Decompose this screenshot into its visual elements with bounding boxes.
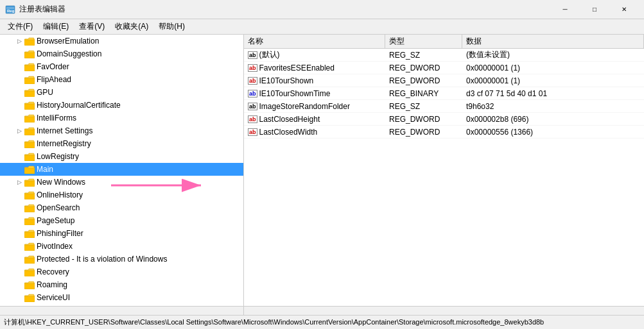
reg-icon-dword: ab — [248, 128, 257, 136]
tree-item-label: OpenSearch — [37, 203, 80, 212]
tree-item[interactable]: ▷ BrowserEmulation — [0, 35, 243, 47]
minimize-button[interactable]: ─ — [550, 0, 580, 19]
tree-expander[interactable] — [14, 151, 24, 162]
tree-item-label: New Windows — [37, 178, 85, 187]
tree-expander[interactable] — [14, 241, 24, 251]
tree-item[interactable]: LowRegistry — [0, 150, 243, 163]
value-type-cell: REG_DWORD — [385, 128, 462, 137]
table-row[interactable]: abIE10TourShownTimeREG_BINARYd3 cf 07 71… — [244, 87, 644, 100]
tree-item[interactable]: HistoryJournalCertificate — [0, 99, 243, 112]
menu-edit[interactable]: 编辑(E) — [38, 20, 74, 33]
tree-item-label: FlipAhead — [37, 75, 71, 84]
tree-item-label: HistoryJournalCertificate — [37, 101, 121, 110]
table-row[interactable]: abLastClosedHeightREG_DWORD0x000002b8 (6… — [244, 113, 644, 126]
tree-expander[interactable]: ▷ — [14, 177, 24, 187]
tree-expander[interactable] — [14, 292, 24, 303]
tree-item[interactable]: Protected - It is a violation of Windows — [0, 253, 243, 266]
tree-expander[interactable] — [14, 215, 24, 226]
value-data-cell: 0x00000001 (1) — [462, 76, 644, 85]
tree-expander[interactable] — [14, 280, 24, 290]
folder-icon — [24, 229, 35, 238]
col-header-data[interactable]: 数据 — [462, 35, 644, 48]
reg-icon-ab: ab — [248, 51, 257, 59]
svg-rect-24 — [24, 283, 35, 289]
folder-icon — [24, 114, 35, 122]
tree-item[interactable]: ▷ New Windows — [0, 176, 243, 189]
svg-rect-17 — [24, 193, 35, 199]
tree-item[interactable]: OnlineHistory — [0, 189, 243, 201]
table-row[interactable]: abIE10TourShownREG_DWORD0x00000001 (1) — [244, 74, 644, 87]
value-name-cell: abLastClosedHeight — [244, 115, 385, 124]
folder-icon — [24, 152, 35, 161]
tree-expander[interactable] — [14, 74, 24, 85]
tree-item[interactable]: FlipAhead — [0, 73, 243, 86]
tree-item[interactable]: Roaming — [0, 278, 243, 291]
folder-icon — [24, 126, 35, 135]
col-header-type[interactable]: 类型 — [385, 35, 462, 48]
tree-expander[interactable] — [14, 87, 24, 97]
menu-file[interactable]: 文件(F) — [3, 20, 38, 33]
tree-item[interactable]: FavOrder — [0, 60, 243, 73]
folder-icon — [24, 49, 35, 58]
tree-item[interactable]: PageSetup — [0, 214, 243, 227]
tree-item-label: FavOrder — [37, 62, 69, 71]
values-content: ab(默认)REG_SZ(数值未设置)abFavoritesESEEnabled… — [244, 49, 644, 306]
menu-help[interactable]: 帮助(H) — [153, 20, 190, 33]
svg-rect-12 — [24, 129, 35, 135]
tree-expander[interactable]: ▷ — [14, 36, 24, 46]
folder-icon — [24, 190, 35, 199]
menu-favorites[interactable]: 收藏夹(A) — [110, 20, 153, 33]
main-area: ▷ BrowserEmulation DomainSuggestion FavO… — [0, 35, 644, 306]
tree-item-label: BrowserEmulation — [37, 37, 99, 46]
tree-item[interactable]: ServiceUI — [0, 291, 243, 304]
table-row[interactable]: abFavoritesESEEnabledREG_DWORD0x00000001… — [244, 62, 644, 74]
value-data-cell: t9h6o32 — [462, 102, 644, 111]
svg-rect-10 — [24, 103, 35, 110]
tree-item[interactable]: OpenSearch — [0, 201, 243, 214]
tree-item[interactable]: InternetRegistry — [0, 137, 243, 150]
value-data-cell: 0x000002b8 (696) — [462, 115, 644, 124]
status-bar: 计算机\HKEY_CURRENT_USER\Software\Classes\L… — [0, 315, 644, 329]
svg-rect-1 — [6, 8, 14, 8]
tree-item-label: InternetRegistry — [37, 139, 91, 148]
maximize-button[interactable]: □ — [580, 0, 609, 19]
table-row[interactable]: ab(默认)REG_SZ(数值未设置) — [244, 49, 644, 62]
tree-expander[interactable] — [14, 139, 24, 149]
table-row[interactable]: abImageStoreRandomFolderREG_SZt9h6o32 — [244, 100, 644, 113]
tree-item[interactable]: GPU — [0, 86, 243, 99]
tree-item[interactable]: PhishingFilter — [0, 227, 243, 240]
tree-expander[interactable] — [14, 190, 24, 200]
value-name-cell: abLastClosedWidth — [244, 128, 385, 137]
value-name-text: LastClosedHeight — [259, 115, 320, 124]
folder-icon — [24, 216, 35, 225]
tree-expander[interactable] — [14, 164, 24, 174]
tree-expander[interactable] — [14, 113, 24, 123]
tree-expander[interactable] — [14, 254, 24, 264]
svg-rect-23 — [24, 270, 35, 276]
svg-rect-21 — [24, 244, 35, 251]
tree-item[interactable]: IntelliForms — [0, 112, 243, 124]
tree-expander[interactable] — [14, 228, 24, 239]
tree-expander[interactable] — [14, 62, 24, 72]
tree-expander[interactable]: ▷ — [14, 126, 24, 136]
tree-item[interactable]: Recovery — [0, 266, 243, 278]
tree-item[interactable]: PivotIndex — [0, 240, 243, 253]
tree-item[interactable]: Main — [0, 163, 243, 176]
bottom-scroll-area[interactable] — [0, 306, 644, 315]
tree-expander[interactable] — [14, 49, 24, 59]
tree-expander[interactable] — [14, 267, 24, 277]
svg-text:Reg: Reg — [7, 9, 15, 13]
menu-view[interactable]: 查看(V) — [74, 20, 110, 33]
svg-rect-19 — [24, 219, 35, 225]
col-header-name[interactable]: 名称 — [244, 35, 385, 48]
tree-item[interactable]: DomainSuggestion — [0, 47, 243, 60]
tree-item[interactable]: ▷ Internet Settings — [0, 124, 243, 137]
tree-expander[interactable] — [14, 203, 24, 213]
tree-item-label: OnlineHistory — [37, 190, 83, 199]
folder-icon — [24, 203, 35, 212]
tree-item-label: IntelliForms — [37, 114, 76, 122]
table-row[interactable]: abLastClosedWidthREG_DWORD0x00000556 (13… — [244, 126, 644, 139]
close-button[interactable]: ✕ — [609, 0, 639, 19]
tree-expander[interactable] — [14, 100, 24, 110]
folder-icon — [24, 165, 35, 174]
